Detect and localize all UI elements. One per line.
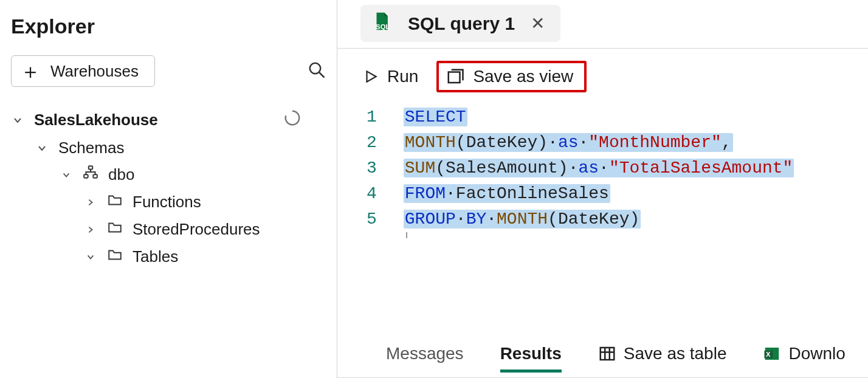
chevron-right-icon	[84, 225, 97, 234]
token: SELECT	[405, 108, 466, 126]
tree-node-functions[interactable]: Functions	[11, 188, 326, 216]
explorer-panel: Explorer ＋ Warehouses SalesLakehouse	[0, 0, 337, 378]
token: ·	[578, 133, 588, 152]
line-number: 3	[367, 156, 377, 181]
token: SUM	[405, 159, 435, 177]
explorer-title: Explorer	[11, 15, 326, 38]
close-icon[interactable]: ✕	[531, 13, 545, 33]
tree-label: Functions	[133, 193, 201, 211]
tab-label: SQL query 1	[408, 13, 515, 34]
token: ,	[722, 133, 732, 152]
tree-label: dbo	[108, 165, 134, 184]
token: "MonthNumber"	[588, 133, 721, 152]
tree-label: SalesLakehouse	[34, 111, 158, 129]
chevron-right-icon	[84, 198, 97, 207]
run-label: Run	[387, 67, 418, 86]
plus-icon: ＋	[20, 61, 41, 81]
svg-marker-6	[367, 71, 376, 81]
run-button[interactable]: Run	[360, 63, 425, 90]
token: GROUP	[405, 210, 456, 229]
folder-icon	[107, 247, 123, 267]
token: FactOnlineSales	[456, 184, 609, 203]
token: (SalesAmount)	[435, 159, 568, 177]
folder-icon	[107, 192, 123, 212]
token: as	[558, 133, 579, 152]
token: FROM	[405, 184, 446, 203]
cursor-ruler	[406, 232, 794, 238]
line-gutter: 1 2 3 4 5	[367, 105, 404, 330]
add-warehouses-button[interactable]: ＋ Warehouses	[11, 55, 155, 87]
token: ·	[568, 159, 579, 177]
schema-icon	[83, 165, 98, 185]
token: as	[578, 159, 599, 177]
token: ·	[486, 210, 497, 229]
line-number: 2	[367, 130, 377, 156]
tab-results-label: Results	[500, 344, 562, 363]
svg-rect-2	[89, 166, 93, 169]
tree-node-tables[interactable]: Tables	[11, 243, 326, 270]
svg-rect-3	[84, 174, 88, 177]
tree-root-saleslakehouse[interactable]: SalesLakehouse	[11, 105, 326, 135]
chevron-down-icon	[60, 171, 73, 179]
chevron-down-icon	[11, 115, 24, 125]
token: ·	[599, 159, 609, 177]
token: ·	[456, 210, 466, 229]
sql-file-icon: SQL	[371, 11, 392, 36]
download-label: Downlo	[788, 344, 845, 363]
loading-spinner-icon	[283, 109, 301, 131]
warehouses-button-label: Warehouses	[50, 62, 139, 81]
chevron-down-icon	[84, 253, 97, 261]
token: (DateKey)	[456, 133, 548, 152]
token: ·	[446, 184, 456, 203]
tab-messages-label: Messages	[386, 344, 464, 363]
token: "TotalSalesAmount"	[609, 159, 793, 177]
line-number: 5	[367, 207, 377, 232]
token: ·	[548, 133, 558, 152]
code-area[interactable]: SELECT MONTH(DateKey)·as·"MonthNumber", …	[404, 105, 794, 330]
tree-node-storedprocedures[interactable]: StoredProcedures	[11, 216, 326, 243]
line-number: 4	[367, 181, 377, 207]
save-as-view-highlight: Save as view	[436, 61, 587, 92]
svg-rect-4	[93, 174, 97, 177]
tree-label: StoredProcedures	[133, 220, 260, 239]
tree-label: Schemas	[58, 139, 124, 157]
save-as-view-button[interactable]: Save as view	[446, 67, 573, 86]
sql-editor[interactable]: 1 2 3 4 5 SELECT MONTH(DateKey)·as·"Mont…	[337, 105, 868, 330]
download-button[interactable]: X Downlo	[763, 344, 845, 363]
svg-line-1	[319, 72, 325, 78]
svg-point-0	[310, 63, 321, 74]
svg-rect-7	[449, 72, 460, 83]
tree-node-dbo[interactable]: dbo	[11, 161, 326, 188]
save-as-table-button[interactable]: Save as table	[598, 344, 727, 363]
svg-text:X: X	[766, 351, 771, 358]
tree-label: Tables	[133, 247, 178, 266]
editor-panel: SQL SQL query 1 ✕ Run Save as view	[337, 0, 868, 378]
tree-node-schemas[interactable]: Schemas	[11, 135, 326, 161]
folder-icon	[107, 219, 123, 239]
tab-results[interactable]: Results	[500, 344, 562, 373]
tab-messages[interactable]: Messages	[386, 344, 464, 369]
token: (DateKey)	[548, 210, 639, 229]
search-icon[interactable]	[308, 61, 326, 81]
svg-rect-8	[601, 348, 615, 360]
svg-text:SQL: SQL	[376, 23, 390, 30]
tab-sql-query-1[interactable]: SQL SQL query 1 ✕	[360, 5, 560, 42]
save-as-table-label: Save as table	[624, 344, 727, 363]
token: BY	[466, 210, 487, 229]
line-number: 1	[367, 105, 377, 130]
save-as-view-label: Save as view	[473, 67, 573, 86]
token: MONTH	[497, 210, 548, 229]
chevron-down-icon	[35, 143, 49, 153]
token: MONTH	[405, 133, 456, 152]
